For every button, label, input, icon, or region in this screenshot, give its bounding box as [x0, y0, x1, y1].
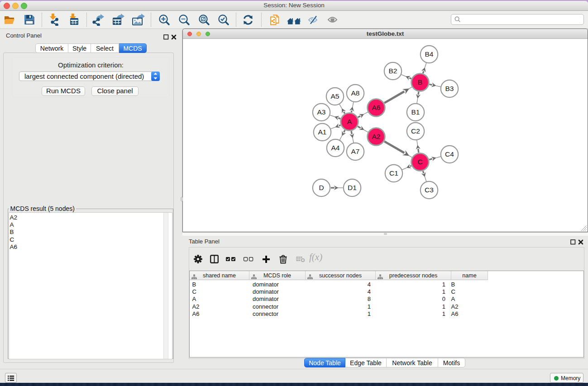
- svg-text:C2: C2: [411, 127, 420, 135]
- svg-text:C1: C1: [389, 169, 398, 177]
- svg-text:C4: C4: [445, 150, 454, 158]
- svg-text:B: B: [418, 78, 422, 86]
- svg-text:B3: B3: [445, 85, 454, 92]
- svg-text:C: C: [417, 158, 422, 166]
- svg-text:D1: D1: [348, 184, 357, 191]
- svg-text:A6: A6: [372, 104, 381, 111]
- svg-text:A7: A7: [351, 148, 360, 155]
- svg-text:A4: A4: [331, 144, 340, 152]
- svg-text:A1: A1: [318, 128, 327, 136]
- svg-text:A8: A8: [351, 89, 360, 97]
- svg-text:A: A: [347, 118, 352, 125]
- svg-text:B1: B1: [411, 108, 420, 116]
- svg-text:B4: B4: [425, 50, 434, 58]
- svg-text:D: D: [319, 184, 324, 191]
- svg-text:C3: C3: [425, 186, 434, 194]
- svg-text:B2: B2: [389, 67, 397, 75]
- svg-text:A5: A5: [331, 92, 339, 100]
- svg-text:A3: A3: [317, 108, 326, 116]
- svg-text:A2: A2: [372, 133, 381, 140]
